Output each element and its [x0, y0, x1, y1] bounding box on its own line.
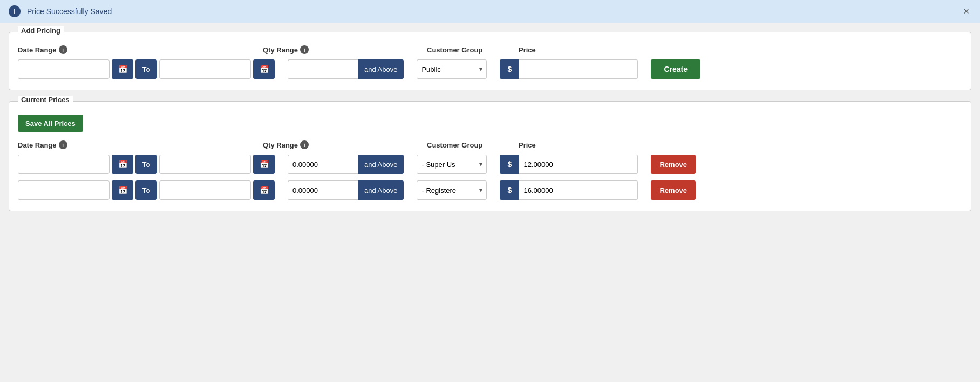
price-row-0-date-from[interactable]: [18, 155, 110, 174]
current-customer-group-header: Customer Group: [427, 141, 506, 149]
price-row-1-date-range: 📅 To 📅: [18, 180, 275, 200]
add-pricing-price-group: $: [500, 59, 638, 79]
toast-notification: i Price Successfully Saved ×: [0, 0, 980, 23]
price-row-1-remove-button[interactable]: Remove: [651, 180, 696, 200]
price-row-1-qty-input[interactable]: [288, 180, 358, 200]
current-qty-range-header: Qty Range i: [263, 140, 414, 149]
price-row-1-price-input[interactable]: [519, 180, 638, 200]
price-row-1-date-to-cal[interactable]: 📅: [253, 180, 275, 200]
price-row-1-dollar-sign: $: [500, 180, 519, 200]
add-pricing-customer-group-select[interactable]: Public: [417, 59, 487, 79]
price-row-0-price-group: $: [500, 155, 638, 174]
main-content: Add Pricing Date Range i Qty Range i Cus…: [0, 23, 980, 231]
toast-message: Price Successfully Saved: [27, 7, 955, 16]
current-prices-section: Current Prices Save All Prices Date Rang…: [9, 101, 971, 211]
save-all-prices-button[interactable]: Save All Prices: [18, 115, 83, 132]
current-prices-headers: Date Range i Qty Range i Customer Group …: [18, 140, 962, 149]
customer-group-header: Customer Group: [427, 46, 506, 54]
price-row-0-to-label: To: [135, 155, 157, 174]
price-header: Price: [519, 46, 657, 54]
toast-close-button[interactable]: ×: [961, 6, 971, 16]
add-pricing-and-above: and Above: [358, 59, 404, 79]
add-pricing-title: Add Pricing: [18, 26, 64, 35]
price-row-1-to-label: To: [135, 180, 157, 200]
price-row-0-remove-button[interactable]: Remove: [651, 155, 696, 174]
price-row-1-date-from-cal[interactable]: 📅: [112, 180, 133, 200]
add-pricing-date-to[interactable]: [159, 59, 251, 79]
price-row-0-qty-input[interactable]: [288, 155, 358, 174]
price-row-0: 📅 To 📅 and Above - Super Us ▾ $: [18, 155, 962, 174]
add-pricing-date-range: 📅 To 📅: [18, 59, 275, 79]
price-row-0-price-input[interactable]: [519, 155, 638, 174]
add-pricing-qty-range: and Above: [288, 59, 404, 79]
current-prices-title: Current Prices: [18, 96, 73, 104]
price-row-0-date-range: 📅 To 📅: [18, 155, 275, 174]
add-pricing-qty-input[interactable]: [288, 59, 358, 79]
price-row-0-qty-range: and Above: [288, 155, 404, 174]
toast-icon: i: [9, 5, 21, 17]
price-row-0-customer-group-wrap: - Super Us ▾: [417, 155, 487, 174]
price-row-0-date-to-cal[interactable]: 📅: [253, 155, 275, 174]
price-row-0-dollar-sign: $: [500, 155, 519, 174]
add-pricing-date-from-cal[interactable]: 📅: [112, 59, 133, 79]
price-row-0-date-to[interactable]: [159, 155, 251, 174]
add-pricing-section: Add Pricing Date Range i Qty Range i Cus…: [9, 32, 971, 90]
price-row-1-and-above: and Above: [358, 180, 404, 200]
price-row-1-customer-group-wrap: - Registere ▾: [417, 180, 487, 200]
add-pricing-headers: Date Range i Qty Range i Customer Group …: [18, 45, 962, 54]
add-pricing-date-to-cal[interactable]: 📅: [253, 59, 275, 79]
price-row-1-date-to[interactable]: [159, 180, 251, 200]
add-pricing-form-row: 📅 To 📅 and Above Public ▾: [18, 59, 962, 79]
price-row-0-customer-group-select[interactable]: - Super Us: [417, 155, 487, 174]
current-qty-range-info-icon: i: [300, 140, 309, 149]
price-row-1-qty-range: and Above: [288, 180, 404, 200]
create-button[interactable]: Create: [651, 59, 700, 79]
add-pricing-price-input[interactable]: [519, 59, 638, 79]
current-price-header: Price: [519, 141, 657, 149]
price-row-0-date-from-cal[interactable]: 📅: [112, 155, 133, 174]
qty-range-header: Qty Range i: [263, 45, 414, 54]
price-row-1: 📅 To 📅 and Above - Registere ▾ $: [18, 180, 962, 200]
add-pricing-to-label: To: [135, 59, 157, 79]
price-row-1-date-from[interactable]: [18, 180, 110, 200]
date-range-header: Date Range i: [18, 45, 250, 54]
date-range-info-icon: i: [59, 45, 67, 54]
price-row-1-price-group: $: [500, 180, 638, 200]
price-row-1-customer-group-select[interactable]: - Registere: [417, 180, 487, 200]
add-pricing-date-from[interactable]: [18, 59, 110, 79]
current-date-range-header: Date Range i: [18, 140, 250, 149]
qty-range-info-icon: i: [300, 45, 309, 54]
current-date-range-info-icon: i: [59, 140, 67, 149]
price-row-0-and-above: and Above: [358, 155, 404, 174]
add-pricing-dollar-sign: $: [500, 59, 519, 79]
add-pricing-customer-group-wrap: Public ▾: [417, 59, 487, 79]
